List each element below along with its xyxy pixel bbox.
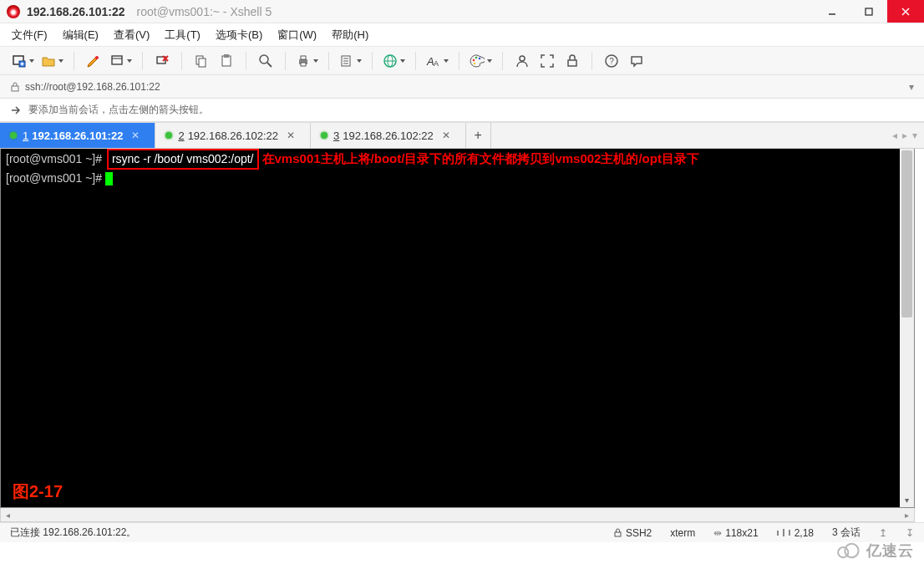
watermark-text: 亿速云 bbox=[866, 541, 914, 561]
lock-icon bbox=[613, 528, 622, 537]
status-connection: 已连接 192.168.26.101:22。 bbox=[10, 526, 136, 540]
plus-icon: + bbox=[475, 128, 482, 143]
menu-window[interactable]: 窗口(W) bbox=[277, 28, 317, 43]
status-protocol: SSH2 bbox=[613, 527, 652, 539]
figure-label: 图2-17 bbox=[13, 483, 63, 500]
disconnect-button[interactable] bbox=[153, 51, 171, 71]
paste-button[interactable] bbox=[217, 51, 236, 71]
menu-edit[interactable]: 编辑(E) bbox=[63, 28, 99, 43]
watermark-logo-icon bbox=[833, 541, 861, 560]
compose-button[interactable] bbox=[84, 51, 103, 71]
new-tab-button[interactable]: + bbox=[466, 123, 491, 148]
app-icon bbox=[7, 5, 20, 18]
color-button[interactable] bbox=[470, 51, 492, 71]
maximize-button[interactable] bbox=[850, 0, 887, 23]
status-up-icon[interactable]: ↥ bbox=[879, 527, 887, 539]
close-button[interactable] bbox=[887, 0, 924, 23]
toolbar: AA ? bbox=[0, 47, 924, 75]
menu-help[interactable]: 帮助(H) bbox=[332, 28, 368, 43]
search-button[interactable] bbox=[256, 51, 275, 71]
tab-nav-left-icon[interactable]: ◂ bbox=[892, 130, 897, 141]
window-title-bar: 192.168.26.101:22 root@vms001:~ - Xshell… bbox=[0, 0, 924, 23]
session-tabs: 1 192.168.26.101:22 ✕ 2 192.168.26.102:2… bbox=[0, 122, 924, 149]
terminal-annotation: 在vms001主机上将/boot/目录下的所有文件都拷贝到vms002主机的/o… bbox=[259, 151, 699, 165]
session-tab-2[interactable]: 2 192.168.26.102:22 ✕ bbox=[155, 123, 311, 148]
status-dot-icon bbox=[165, 132, 172, 139]
address-bar[interactable]: ssh://root@192.168.26.101:22 ▾ bbox=[0, 75, 924, 99]
tab-nav-right-icon[interactable]: ▸ bbox=[902, 130, 907, 141]
terminal[interactable]: [root@vms001 ~]# rsync -r /boot/ vms002:… bbox=[0, 149, 915, 508]
chat-button[interactable] bbox=[627, 51, 646, 71]
open-session-button[interactable] bbox=[41, 51, 63, 71]
svg-rect-9 bbox=[112, 56, 122, 64]
status-bar: 已连接 192.168.26.101:22。 SSH2 xterm ⇹118x2… bbox=[0, 522, 924, 542]
tab-label: 192.168.26.101:22 bbox=[32, 130, 123, 142]
svg-point-18 bbox=[260, 55, 268, 64]
menu-view[interactable]: 查看(V) bbox=[114, 28, 150, 43]
status-terminal-type: xterm bbox=[670, 527, 695, 539]
session-tab-3[interactable]: 3 192.168.26.102:22 ✕ bbox=[311, 123, 466, 148]
svg-point-36 bbox=[520, 56, 525, 61]
horizontal-scrollbar[interactable]: ◂ ▸ bbox=[0, 508, 915, 522]
scroll-thumb[interactable] bbox=[901, 150, 912, 318]
status-size: ⇹118x21 bbox=[713, 527, 758, 539]
print-button[interactable] bbox=[296, 51, 318, 71]
help-toolbar-button[interactable]: ? bbox=[602, 51, 621, 71]
status-sessions: 3 会话 bbox=[832, 526, 861, 540]
browser-button[interactable] bbox=[383, 51, 405, 71]
svg-rect-22 bbox=[301, 63, 306, 66]
menu-bar: 文件(F) 编辑(E) 查看(V) 工具(T) 选项卡(B) 窗口(W) 帮助(… bbox=[0, 23, 924, 47]
hint-arrow-icon[interactable] bbox=[10, 104, 22, 116]
hint-bar: 要添加当前会话，点击左侧的箭头按钮。 bbox=[0, 99, 924, 122]
menu-tabs[interactable]: 选项卡(B) bbox=[216, 28, 262, 43]
font-button[interactable]: AA bbox=[426, 51, 449, 71]
svg-point-35 bbox=[474, 62, 476, 64]
svg-point-43 bbox=[845, 544, 858, 557]
scroll-right-icon[interactable]: ▸ bbox=[900, 511, 914, 520]
terminal-prompt: [root@vms001 ~]# bbox=[6, 171, 105, 185]
address-dropdown-icon[interactable]: ▾ bbox=[909, 81, 914, 93]
svg-rect-21 bbox=[301, 56, 306, 59]
svg-point-34 bbox=[479, 57, 481, 59]
tab-close-icon[interactable]: ✕ bbox=[287, 130, 295, 141]
fullscreen-button[interactable] bbox=[538, 51, 556, 71]
properties-button[interactable] bbox=[339, 51, 362, 71]
menu-file[interactable]: 文件(F) bbox=[12, 28, 48, 43]
svg-line-19 bbox=[267, 63, 272, 67]
watermark: 亿速云 bbox=[833, 541, 914, 561]
vertical-scrollbar[interactable]: ▴ ▾ bbox=[900, 149, 914, 507]
svg-rect-15 bbox=[199, 58, 206, 67]
svg-point-32 bbox=[473, 58, 475, 61]
tab-label: 192.168.26.102:22 bbox=[343, 130, 433, 142]
profile-button[interactable] bbox=[513, 51, 531, 71]
terminal-command-highlight: rsync -r /boot/ vms002:/opt/ bbox=[107, 149, 259, 170]
copy-button[interactable] bbox=[192, 51, 211, 71]
title-suffix: root@vms001:~ - Xshell 5 bbox=[137, 5, 272, 18]
svg-text:?: ? bbox=[609, 57, 614, 66]
tab-close-icon[interactable]: ✕ bbox=[131, 130, 140, 141]
lock-button[interactable] bbox=[563, 51, 581, 71]
lock-icon bbox=[10, 82, 20, 92]
tab-number: 3 bbox=[333, 130, 339, 142]
status-cursor-pos: 2,18 bbox=[777, 527, 814, 539]
session-tab-1[interactable]: 1 192.168.26.101:22 ✕ bbox=[0, 123, 155, 148]
svg-rect-40 bbox=[12, 86, 18, 91]
status-dot-icon bbox=[10, 132, 17, 139]
svg-point-8 bbox=[95, 56, 99, 59]
svg-point-33 bbox=[475, 56, 478, 58]
menu-tools[interactable]: 工具(T) bbox=[165, 28, 201, 43]
new-session-button[interactable] bbox=[12, 51, 34, 71]
title-host: 192.168.26.101:22 bbox=[27, 5, 125, 18]
svg-rect-17 bbox=[224, 54, 229, 58]
terminal-prompt: [root@vms001 ~]# bbox=[6, 152, 102, 165]
status-down-icon[interactable]: ↧ bbox=[906, 527, 914, 539]
minimize-button[interactable] bbox=[814, 0, 850, 23]
status-dot-icon bbox=[321, 132, 327, 139]
tab-close-icon[interactable]: ✕ bbox=[442, 130, 450, 141]
svg-rect-1 bbox=[866, 8, 872, 15]
tab-list-dropdown-icon[interactable]: ▾ bbox=[912, 130, 917, 141]
reconnect-button[interactable] bbox=[109, 51, 132, 71]
tab-number: 1 bbox=[23, 130, 28, 142]
scroll-left-icon[interactable]: ◂ bbox=[1, 511, 15, 520]
scroll-down-icon[interactable]: ▾ bbox=[900, 493, 914, 507]
